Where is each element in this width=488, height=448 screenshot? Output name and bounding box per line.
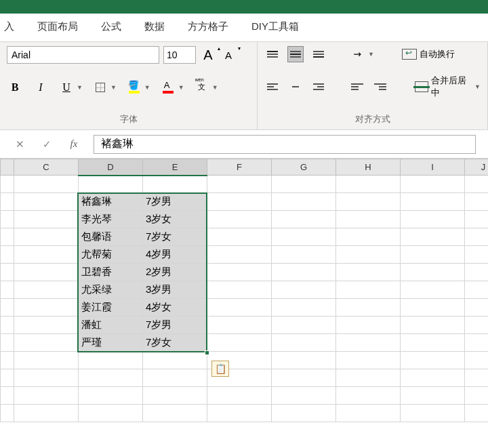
align-left-button[interactable] [264, 79, 281, 95]
chevron-down-icon[interactable]: ▼ [178, 84, 184, 91]
table-row [1, 387, 489, 405]
cell[interactable]: 卫碧香 [79, 264, 143, 281]
group-label: 字体 [7, 110, 250, 127]
cell[interactable]: 7岁男 [143, 193, 207, 211]
chevron-down-icon[interactable]: ▼ [77, 84, 83, 91]
ribbon: A▴ A▾ B I U ▼ ▼ 🪣 ▼ A ▼ wén文 [0, 42, 488, 130]
cell[interactable]: 7岁女 [143, 228, 207, 246]
cell[interactable]: 4岁女 [143, 299, 207, 317]
column-header[interactable]: E [143, 159, 207, 176]
font-group: A▴ A▾ B I U ▼ ▼ 🪣 ▼ A ▼ wén文 [0, 42, 258, 129]
cell[interactable]: 3岁男 [143, 281, 207, 299]
menu-item[interactable]: 入 [4, 20, 14, 33]
chevron-down-icon[interactable]: ▼ [110, 84, 117, 91]
increase-indent-button[interactable] [372, 79, 388, 95]
decrease-indent-button[interactable] [349, 79, 365, 95]
increase-font-button[interactable]: A▴ [200, 47, 216, 63]
alignment-group: ↗ ▼ 自动换行 合并后居中 ▼ 对齐方式 [258, 42, 488, 129]
table-row: 尤帮菊4岁男 [1, 246, 489, 264]
menu-item[interactable]: 方方格子 [188, 20, 228, 33]
table-row: 潘虹7岁男 [1, 317, 489, 334]
cell[interactable]: 2岁男 [143, 264, 207, 281]
cell[interactable]: 尤帮菊 [79, 246, 143, 264]
column-header[interactable]: H [336, 159, 401, 176]
table-row: 严瑾7岁女 [1, 334, 489, 352]
corner-cell[interactable] [1, 159, 14, 176]
cell[interactable]: 7岁男 [143, 317, 207, 334]
menu-item[interactable]: 数据 [144, 20, 165, 33]
cell[interactable]: 李光琴 [79, 211, 143, 228]
font-name-select[interactable] [7, 46, 159, 64]
column-header[interactable]: I [401, 159, 465, 176]
table-row [1, 369, 489, 387]
column-headers-row: C D E F G H I J [1, 159, 489, 176]
table-row: 姜江霞4岁女 [1, 299, 489, 317]
chevron-down-icon[interactable]: ▼ [368, 51, 374, 58]
fx-icon[interactable]: fx [66, 137, 81, 152]
menu-bar: 入 页面布局 公式 数据 方方格子 DIY工具箱 [0, 14, 488, 42]
phonetic-button[interactable]: wén文 [194, 79, 210, 96]
menu-item[interactable]: DIY工具箱 [251, 20, 299, 33]
align-right-button[interactable] [310, 79, 327, 95]
column-header[interactable]: G [272, 159, 336, 176]
wrap-text-button[interactable]: 自动换行 [400, 46, 457, 62]
table-row: 卫碧香2岁男 [1, 264, 489, 281]
cell[interactable]: 严瑾 [79, 334, 143, 352]
italic-button[interactable]: I [33, 79, 49, 96]
menu-item[interactable]: 公式 [101, 20, 121, 33]
cell[interactable]: 3岁女 [143, 211, 207, 228]
title-bar [0, 0, 488, 14]
table-row: 褚鑫琳7岁男 [1, 193, 489, 211]
spreadsheet-grid[interactable]: C D E F G H I J 褚鑫琳7岁男 李光琴3岁女 包馨语7岁女 尤帮菊… [0, 159, 488, 422]
bold-button[interactable]: B [7, 79, 23, 96]
table-row [1, 405, 489, 422]
decrease-font-button[interactable]: A▾ [220, 47, 237, 63]
column-header[interactable]: F [207, 159, 272, 176]
chevron-down-icon[interactable]: ▼ [474, 83, 481, 90]
fill-handle[interactable] [205, 350, 209, 355]
align-center-button[interactable] [287, 79, 304, 95]
underline-button[interactable]: U [58, 79, 75, 96]
table-row [1, 176, 489, 193]
confirm-icon[interactable]: ✓ [39, 137, 54, 152]
fill-color-button[interactable]: 🪣 [126, 79, 142, 96]
column-header[interactable]: J [465, 159, 489, 176]
orientation-button[interactable]: ↗ [350, 46, 366, 62]
paste-options-button[interactable]: 📋 [211, 361, 229, 377]
borders-button[interactable] [92, 79, 108, 96]
cell[interactable]: 4岁男 [143, 246, 207, 264]
formula-input[interactable] [94, 135, 476, 154]
group-label: 对齐方式 [264, 110, 481, 127]
table-row: 包馨语7岁女 [1, 228, 489, 246]
cell[interactable]: 姜江霞 [79, 299, 143, 317]
cell[interactable]: 潘虹 [79, 317, 143, 334]
table-row: 尤采绿3岁男 [1, 281, 489, 299]
menu-item[interactable]: 页面布局 [37, 20, 78, 33]
formula-bar: ✕ ✓ fx [0, 130, 488, 159]
align-bottom-button[interactable] [310, 46, 327, 62]
font-color-button[interactable]: A [160, 79, 176, 96]
chevron-down-icon[interactable]: ▼ [212, 84, 218, 91]
table-row [1, 352, 489, 369]
align-top-button[interactable] [264, 46, 281, 62]
cell[interactable]: 包馨语 [79, 228, 143, 246]
cell[interactable]: 褚鑫琳 [79, 193, 143, 211]
table-row: 李光琴3岁女 [1, 211, 489, 228]
column-header[interactable]: D [79, 159, 143, 176]
cancel-icon[interactable]: ✕ [12, 137, 27, 152]
cell[interactable]: 7岁女 [143, 334, 207, 352]
column-header[interactable]: C [14, 159, 79, 176]
chevron-down-icon[interactable]: ▼ [144, 84, 150, 91]
align-middle-button[interactable] [287, 46, 304, 62]
cell[interactable]: 尤采绿 [79, 281, 143, 299]
merge-center-button[interactable]: 合并后居中 [413, 79, 472, 95]
font-size-select[interactable] [163, 46, 196, 64]
